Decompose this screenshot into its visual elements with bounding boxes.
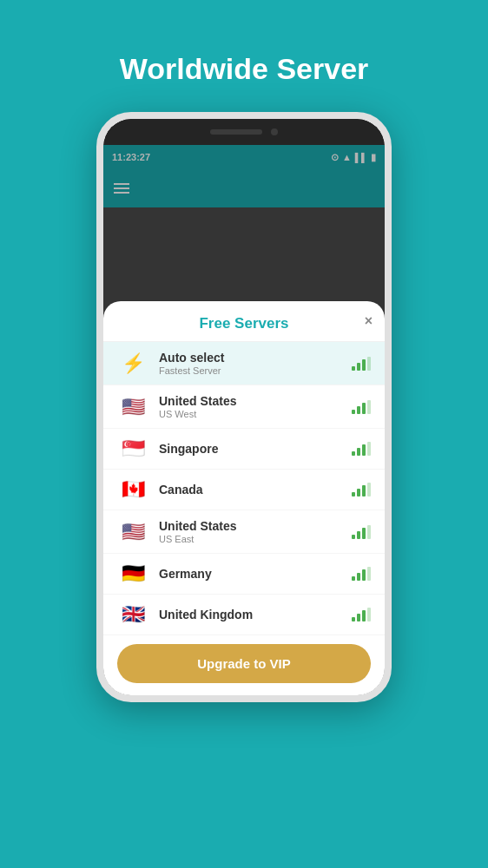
flag-uk: 🇬🇧	[117, 603, 148, 626]
modal-header: Free Servers ×	[103, 301, 385, 342]
server-info-de: Germany	[159, 567, 352, 582]
server-modal: Free Servers × ⚡ Auto select Fastest Ser…	[103, 301, 385, 695]
flag-us-west: 🇺🇸	[117, 396, 148, 418]
server-item-us-west[interactable]: 🇺🇸 United States US West	[103, 385, 385, 429]
server-sub-us-west: US West	[159, 409, 352, 419]
upgrade-vip-button[interactable]: Upgrade to VIP	[117, 644, 371, 683]
flag-de: 🇩🇪	[117, 562, 148, 585]
signal-indicator-sg	[352, 442, 371, 456]
vip-button-area: Upgrade to VIP	[103, 635, 385, 695]
server-list: ⚡ Auto select Fastest Server 🇺🇸 United S…	[103, 342, 385, 635]
signal-indicator-ca	[352, 483, 371, 496]
signal-indicator-auto	[352, 357, 371, 371]
server-info-us-west: United States US West	[159, 394, 352, 419]
server-item-us-east[interactable]: 🇺🇸 United States US East	[103, 510, 385, 554]
signal-indicator-de	[352, 567, 371, 581]
signal-indicator-us-west	[352, 400, 371, 414]
server-name-us-east: United States	[159, 519, 352, 533]
flag-ca: 🇨🇦	[117, 478, 148, 501]
server-name-de: Germany	[159, 567, 352, 581]
server-name-us-west: United States	[159, 394, 352, 408]
server-item-de[interactable]: 🇩🇪 Germany	[103, 554, 385, 595]
signal-indicator-uk	[352, 608, 371, 621]
server-info-auto: Auto select Fastest Server	[159, 351, 352, 376]
server-item-sg[interactable]: 🇸🇬 Singapore	[103, 429, 385, 470]
server-name-ca: Canada	[159, 483, 352, 496]
flag-sg: 🇸🇬	[117, 437, 148, 460]
phone-frame: 11:23:27 ⊙ ▲ ▌▌ ▮ Free Servers ×	[96, 112, 392, 702]
server-sub-auto: Fastest Server	[159, 365, 352, 376]
server-name-uk: United Kingdom	[159, 608, 352, 621]
server-sub-us-east: US East	[159, 534, 352, 544]
signal-indicator-us-east	[352, 525, 371, 539]
server-info-ca: Canada	[159, 483, 352, 497]
server-item-uk[interactable]: 🇬🇧 United Kingdom	[103, 595, 385, 635]
server-item-auto[interactable]: ⚡ Auto select Fastest Server	[103, 342, 385, 385]
page-title: Worldwide Server	[120, 52, 369, 86]
lightning-icon: ⚡	[117, 352, 148, 375]
server-info-sg: Singapore	[159, 442, 352, 457]
server-item-ca[interactable]: 🇨🇦 Canada	[103, 470, 385, 510]
server-name-sg: Singapore	[159, 442, 352, 456]
server-name-auto: Auto select	[159, 351, 352, 365]
modal-title: Free Servers	[199, 315, 288, 332]
close-button[interactable]: ×	[365, 313, 373, 329]
server-info-uk: United Kingdom	[159, 608, 352, 622]
flag-us-east: 🇺🇸	[117, 521, 148, 543]
server-info-us-east: United States US East	[159, 519, 352, 544]
